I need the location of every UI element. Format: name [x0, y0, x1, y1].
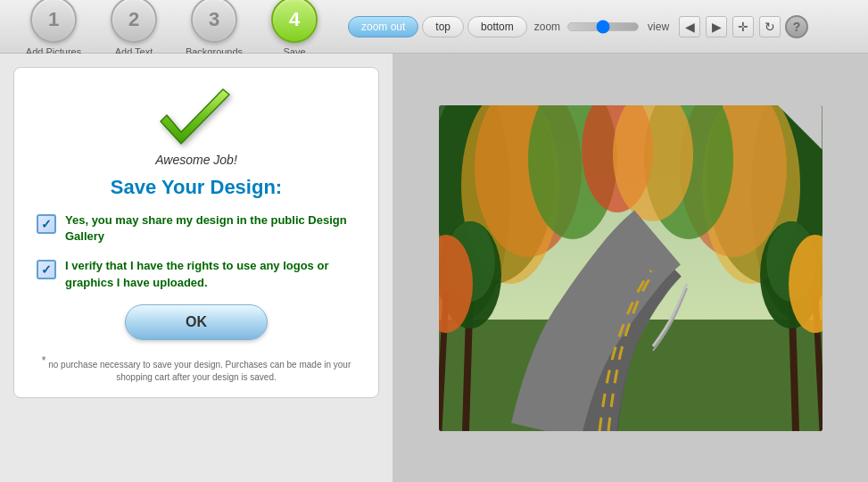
right-panel	[393, 54, 868, 482]
step-2[interactable]: 2 Add Text	[98, 0, 169, 57]
left-panel: Awesome Job! Save Your Design: ✓ Yes, yo…	[0, 54, 393, 482]
step-4-circle: 4	[271, 0, 318, 43]
top-button[interactable]: top	[422, 16, 464, 37]
main-content: Awesome Job! Save Your Design: ✓ Yes, yo…	[0, 54, 868, 482]
step-1[interactable]: 1 Add Pictures	[18, 0, 89, 57]
step-2-circle: 2	[111, 0, 157, 43]
road-scene-svg	[439, 105, 823, 431]
zoom-label: zoom	[534, 21, 560, 33]
road-photo	[439, 105, 823, 431]
footnote-text: no purchase necessary to save your desig…	[48, 360, 351, 382]
checkbox-row-1: ✓ Yes, you may share my design in the pu…	[37, 212, 356, 245]
checkmark-icon	[156, 86, 236, 157]
refresh-button[interactable]: ↻	[759, 16, 781, 37]
footnote-star: *	[42, 354, 46, 367]
checkbox-2-text: I verify that I have the rights to use a…	[65, 258, 356, 290]
checkmark-container: Awesome Job!	[37, 86, 356, 167]
steps-container: 1 Add Pictures 2 Add Text 3 Backgrounds …	[9, 0, 339, 57]
ok-button[interactable]: OK	[125, 304, 268, 340]
bottom-button[interactable]: bottom	[467, 16, 527, 37]
checkbox-1-text: Yes, you may share my design in the publ…	[65, 212, 356, 245]
step-3-circle: 3	[191, 0, 237, 43]
view-right-arrow-button[interactable]: ▶	[706, 16, 727, 37]
view-label: view	[648, 21, 669, 33]
view-left-arrow-button[interactable]: ◀	[679, 16, 700, 37]
step-1-circle: 1	[30, 0, 77, 43]
footnote: * no purchase necessary to save your des…	[37, 353, 356, 384]
help-button[interactable]: ?	[785, 15, 808, 38]
zoom-out-button[interactable]: zoom out	[348, 16, 418, 37]
checkbox-row-2: ✓ I verify that I have the rights to use…	[37, 258, 356, 290]
move-button[interactable]: ✛	[732, 16, 754, 37]
checkbox-2[interactable]: ✓	[37, 260, 56, 279]
zoom-slider[interactable]	[567, 22, 639, 31]
step-3[interactable]: 3 Backgrounds	[178, 0, 250, 57]
step-4[interactable]: 4 Save	[259, 0, 330, 57]
toolbar: 1 Add Pictures 2 Add Text 3 Backgrounds …	[0, 0, 868, 54]
checkbox-1[interactable]: ✓	[37, 214, 56, 234]
photo-container	[439, 105, 823, 431]
save-title: Save Your Design:	[37, 176, 356, 199]
awesome-text: Awesome Job!	[155, 153, 237, 167]
save-card: Awesome Job! Save Your Design: ✓ Yes, yo…	[13, 67, 379, 398]
nav-bar: zoom out top bottom zoom view ◀ ▶ ✛ ↻ ?	[339, 15, 859, 38]
